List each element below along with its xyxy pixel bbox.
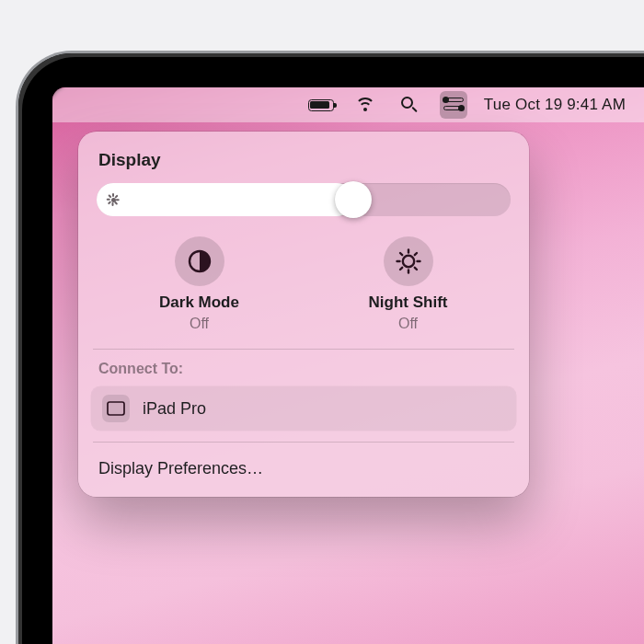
night-shift-label: Night Shift <box>369 293 448 312</box>
toggle-night-shift: Night Shift Off <box>316 236 500 332</box>
control-center-icon <box>443 98 464 112</box>
night-shift-state: Off <box>398 316 418 332</box>
dark-mode-state: Off <box>190 316 209 332</box>
svg-line-9 <box>414 253 416 255</box>
dark-mode-button[interactable] <box>175 236 224 286</box>
svg-line-8 <box>400 268 402 270</box>
display-toggles: Dark Mode Off <box>95 236 512 332</box>
night-shift-icon <box>395 247 422 275</box>
desktop: Tue Oct 19 9:41 AM Display <box>52 87 644 644</box>
connect-device-name: iPad Pro <box>143 399 206 419</box>
brightness-icon <box>107 193 120 206</box>
ipad-icon <box>102 395 130 422</box>
divider <box>93 442 514 443</box>
wifi-status[interactable] <box>351 91 379 119</box>
slider-thumb[interactable] <box>335 181 372 218</box>
battery-status[interactable] <box>307 91 335 119</box>
popover-title: Display <box>98 150 509 170</box>
menubar-clock[interactable]: Tue Oct 19 9:41 AM <box>484 91 626 119</box>
device-bezel: Tue Oct 19 9:41 AM Display <box>18 53 644 644</box>
dark-mode-icon <box>187 248 213 274</box>
svg-line-7 <box>414 268 416 270</box>
wifi-icon <box>355 98 375 112</box>
brightness-slider[interactable] <box>97 183 511 216</box>
spotlight-button[interactable] <box>396 91 423 119</box>
menu-bar: Tue Oct 19 9:41 AM <box>52 87 644 122</box>
svg-rect-10 <box>108 402 124 415</box>
connect-device-row[interactable]: iPad Pro <box>91 386 516 431</box>
slider-fill <box>97 183 353 216</box>
display-popover: Display <box>78 132 529 497</box>
night-shift-button[interactable] <box>384 236 433 286</box>
search-icon <box>401 97 418 113</box>
divider <box>93 349 514 350</box>
dark-mode-label: Dark Mode <box>159 293 239 312</box>
svg-line-6 <box>400 253 402 255</box>
toggle-dark-mode: Dark Mode Off <box>108 236 292 332</box>
connect-to-label: Connect To: <box>98 361 509 377</box>
svg-point-1 <box>402 256 413 267</box>
control-center-button[interactable] <box>440 91 467 119</box>
battery-icon <box>308 99 334 111</box>
display-preferences-link[interactable]: Display Preferences… <box>95 448 512 488</box>
